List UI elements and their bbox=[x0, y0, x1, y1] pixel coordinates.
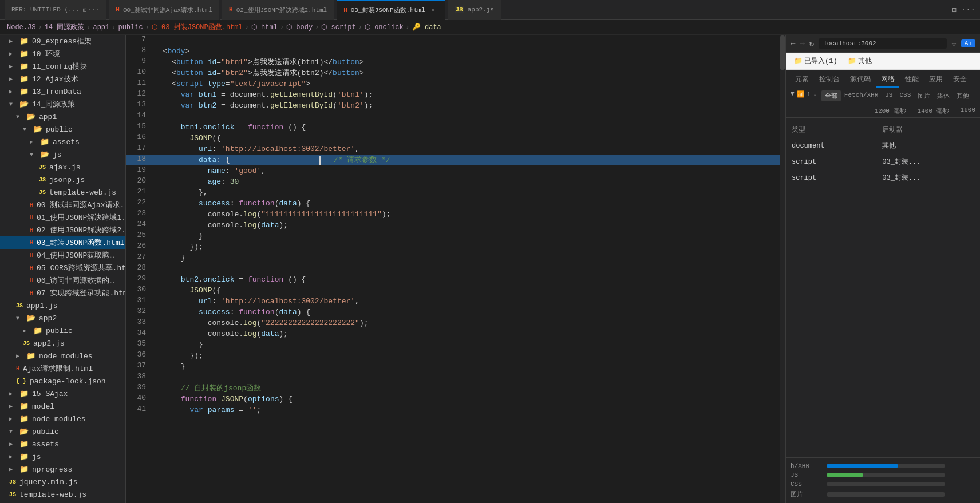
sidebar-item-public3[interactable]: ▼ 📂 public bbox=[0, 425, 125, 438]
bc-onclick[interactable]: ⬡ onclick bbox=[365, 23, 404, 31]
bc-html[interactable]: ⬡ html bbox=[251, 23, 278, 31]
sidebar-label: package-lock.json bbox=[30, 377, 106, 386]
forward-icon[interactable]: → bbox=[800, 39, 804, 48]
sidebar-item-ajaxjs[interactable]: JS ajax.js bbox=[0, 161, 125, 173]
sidebar-item-package-lock[interactable]: { } package-lock.json bbox=[0, 375, 125, 387]
line-code: var btn1 = document.getElementById('btn1… bbox=[152, 89, 780, 100]
tab-close-button[interactable]: ✕ bbox=[429, 6, 438, 15]
sidebar-item-jsonpjs[interactable]: JS jsonp.js bbox=[0, 173, 125, 186]
filter-other[interactable]: 其他 bbox=[953, 90, 973, 101]
sidebar-item-config[interactable]: ▶ 📁 11_config模块 bbox=[0, 60, 125, 73]
sidebar-item-same-origin[interactable]: ▼ 📂 14_同源政策 bbox=[0, 98, 125, 110]
back-icon[interactable]: ← bbox=[791, 39, 795, 48]
refresh-icon[interactable]: ↻ bbox=[809, 39, 814, 49]
network-row-2[interactable]: script 03_封装... bbox=[787, 155, 979, 169]
sidebar-item-00html[interactable]: H 00_测试非同源Ajax请求.html bbox=[0, 199, 125, 211]
tab-application[interactable]: 应用 bbox=[924, 72, 947, 88]
bc-script[interactable]: ⬡ script bbox=[321, 23, 355, 31]
collapse-arrow: ▼ bbox=[16, 114, 23, 120]
sidebar-item-js-folder[interactable]: ▼ 📂 js bbox=[0, 148, 125, 161]
bc-data[interactable]: 🔑 data bbox=[412, 23, 441, 31]
tab-elements[interactable]: 元素 bbox=[791, 72, 813, 88]
tab-source[interactable]: 源代码 bbox=[845, 72, 875, 88]
bc-body[interactable]: ⬡ body bbox=[286, 23, 313, 31]
sidebar-item-public[interactable]: ▼ 📂 public bbox=[0, 123, 125, 136]
sidebar-item-jquery[interactable]: JS jquery.min.js bbox=[0, 476, 125, 488]
sidebar-item-node-modules1[interactable]: ▶ 📁 node_modules bbox=[0, 350, 125, 362]
sidebar-label: js bbox=[32, 453, 41, 461]
tab-security[interactable]: 安全 bbox=[949, 72, 971, 88]
split-editor-icon[interactable]: ⊞ bbox=[951, 5, 956, 15]
sidebar-item-node-modules2[interactable]: ▶ 📁 node_modules bbox=[0, 413, 125, 425]
sidebar-label: 00_测试非同源Ajax请求.html bbox=[37, 200, 125, 210]
tab-label: RER: UNTITLED (... bbox=[11, 6, 80, 13]
sidebar-item-app1[interactable]: ▼ 📂 app1 bbox=[0, 110, 125, 123]
sidebar-item-app2[interactable]: ▼ 📂 app2 bbox=[0, 312, 125, 324]
folder-icon: 📁 bbox=[19, 87, 29, 96]
sidebar-item-express[interactable]: ▶ 📁 09_express框架 bbox=[0, 35, 125, 47]
sidebar-item-06html[interactable]: H 06_访问非同源数据的服务器解... bbox=[0, 274, 125, 287]
folder-icon: 📁 bbox=[848, 57, 856, 65]
editor-actions: ⊞ ··· bbox=[951, 5, 975, 15]
tab-network[interactable]: 网络 bbox=[876, 72, 899, 88]
tab-00-test[interactable]: H 00_测试非同源Ajax请求.html bbox=[109, 0, 220, 20]
sidebar-item-todo[interactable]: ▶ 📁 todo bbox=[0, 501, 125, 503]
sidebar-item-app1js[interactable]: JS app1.js bbox=[0, 299, 125, 312]
sidebar-item-01html[interactable]: H 01_使用JSONP解决跨域1.html bbox=[0, 211, 125, 224]
tab-app2js[interactable]: JS app2.js bbox=[448, 0, 501, 20]
tab-performance[interactable]: 性能 bbox=[900, 72, 923, 88]
sidebar-item-env[interactable]: ▶ 📁 10_环境 bbox=[0, 47, 125, 60]
folder-icon: 📁 bbox=[19, 62, 29, 71]
sidebar-item-assets2[interactable]: ▶ 📁 assets bbox=[0, 438, 125, 450]
filter-fetch-xhr[interactable]: Fetch/XHR bbox=[841, 90, 882, 101]
sidebar-item-15ajax[interactable]: ▶ 📁 15_$Ajax bbox=[0, 387, 125, 400]
code-line-22: 22 success: function(data) { bbox=[126, 198, 780, 209]
sidebar-item-js2[interactable]: ▶ 📁 js bbox=[0, 450, 125, 463]
folder-icon: 📁 bbox=[40, 137, 49, 146]
sidebar-item-nprogress[interactable]: ▶ 📁 nprogress bbox=[0, 463, 125, 476]
line-code: } bbox=[152, 361, 780, 372]
tab-03-jsonp-fn[interactable]: H 03_封装JSONP函数.html ✕ bbox=[337, 0, 445, 20]
address-bar[interactable]: localhost:3002 bbox=[823, 40, 876, 47]
tab-02-jsonp[interactable]: H 02_使用JSONP解决跨域2.html bbox=[222, 0, 334, 20]
sidebar-item-assets[interactable]: ▶ 📁 assets bbox=[0, 136, 125, 148]
bookmark-icon[interactable]: ☆ bbox=[951, 39, 956, 49]
code-content[interactable]: 7 8 <body> 9 <button id="btn1">点我发送请求(bt… bbox=[126, 35, 780, 503]
filter-css[interactable]: CSS bbox=[896, 90, 914, 101]
network-row-3[interactable]: script 03_封装... bbox=[787, 171, 979, 185]
filter-js[interactable]: JS bbox=[882, 90, 896, 101]
sidebar-label: jsonp.js bbox=[49, 176, 85, 184]
sidebar-item-04html[interactable]: H 04_使用JSONP获取腾讯天气信... bbox=[0, 249, 125, 262]
sidebar-item-03html[interactable]: H 03_封装JSONP函数.html bbox=[0, 236, 125, 249]
sidebar-item-ajax[interactable]: ▶ 📁 12_Ajax技术 bbox=[0, 73, 125, 85]
tab-untitled[interactable]: RER: UNTITLED (... ⊞ ··· bbox=[5, 0, 106, 20]
bc-policy[interactable]: 14_同源政策 bbox=[45, 22, 85, 32]
sidebar-item-template2[interactable]: JS template-web.js bbox=[0, 488, 125, 501]
sidebar-item-ajax-limit[interactable]: H Ajax请求限制.html bbox=[0, 362, 125, 375]
network-row-1[interactable]: document 其他 bbox=[787, 138, 979, 153]
filter-media[interactable]: 媒体 bbox=[934, 90, 953, 101]
sidebar-item-public2[interactable]: ▶ 📁 public bbox=[0, 324, 125, 337]
bookmark-other[interactable]: 📁 其他 bbox=[844, 55, 875, 67]
bookmark-import-folder[interactable]: 📁 已导入(1) bbox=[791, 55, 841, 67]
bc-file[interactable]: ⬡ 03_封装JSONP函数.html bbox=[152, 22, 243, 32]
more-actions-icon[interactable]: ··· bbox=[961, 5, 975, 15]
sidebar-item-fromdata[interactable]: ▶ 📁 13_fromData bbox=[0, 85, 125, 98]
code-line-17: 17 url: 'http://localhost:3002/better', bbox=[126, 144, 780, 155]
vertical-scrollbar[interactable] bbox=[780, 35, 785, 503]
filter-down-icon[interactable]: ▼ bbox=[791, 90, 795, 101]
sidebar-item-02html[interactable]: H 02_使用JSONP解决跨域2.html bbox=[0, 224, 125, 236]
bc-nodejs[interactable]: Node.JS bbox=[7, 23, 35, 31]
sidebar-item-05html[interactable]: H 05_CORS跨域资源共享.html bbox=[0, 262, 125, 274]
filter-all[interactable]: 全部 bbox=[821, 90, 841, 101]
filter-img[interactable]: 图片 bbox=[914, 90, 934, 101]
sidebar-item-app2js[interactable]: JS app2.js bbox=[0, 337, 125, 350]
sidebar-item-model[interactable]: ▶ 📁 model bbox=[0, 400, 125, 413]
sidebar-item-templatejs[interactable]: JS template-web.js bbox=[0, 186, 125, 199]
tab-console[interactable]: 控制台 bbox=[815, 72, 844, 88]
sidebar-item-07html[interactable]: H 07_实现跨域登录功能.html bbox=[0, 287, 125, 299]
collapse-arrow: ▶ bbox=[9, 50, 16, 57]
bc-public[interactable]: public bbox=[118, 23, 143, 31]
scrollbar-thumb[interactable] bbox=[780, 35, 785, 70]
bc-app1[interactable]: app1 bbox=[93, 23, 109, 31]
